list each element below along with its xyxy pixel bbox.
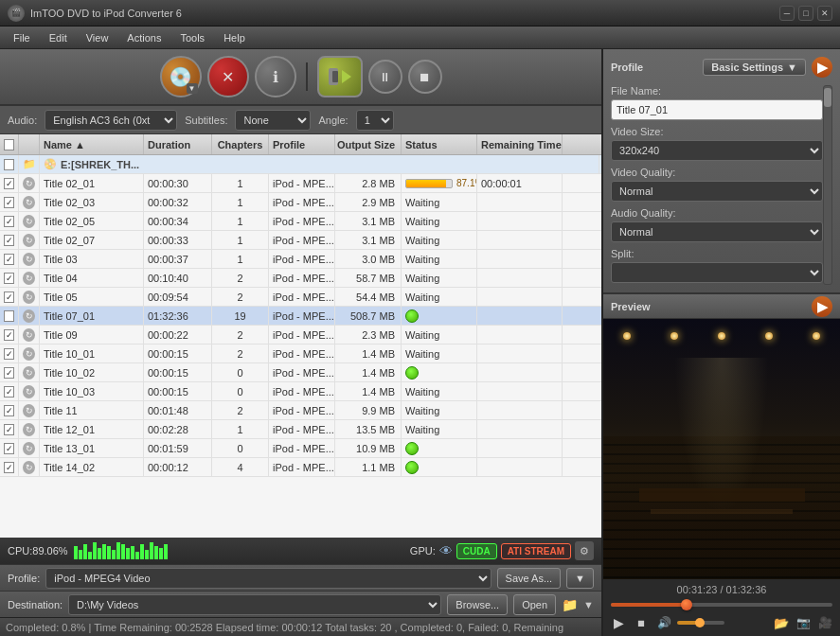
list-item[interactable]: ↻ Title 02_03 00:00:32 1 iPod - MPE... 2…	[0, 193, 601, 212]
row-check[interactable]	[0, 344, 19, 362]
row-checkbox[interactable]	[4, 178, 14, 189]
folder-checkbox[interactable]	[4, 159, 14, 170]
row-check[interactable]	[0, 307, 19, 325]
row-checkbox[interactable]	[4, 235, 14, 246]
dest-select[interactable]: D:\My Videos	[68, 594, 441, 615]
settings-scrollbar[interactable]	[823, 85, 832, 285]
add-button[interactable]: 💿 ▼	[160, 56, 202, 97]
list-item[interactable]: ↻ Title 13_01 00:01:59 0 iPod - MPE... 1…	[0, 439, 601, 458]
list-item[interactable]: ↻ Title 04 00:10:40 2 iPod - MPE... 58.7…	[0, 269, 601, 288]
row-checkbox[interactable]	[4, 292, 14, 303]
menu-file[interactable]: File	[4, 30, 40, 45]
play-button[interactable]: ▶	[609, 613, 628, 632]
row-check[interactable]	[0, 382, 19, 400]
row-check[interactable]	[0, 212, 19, 230]
row-check[interactable]	[0, 326, 19, 344]
split-select[interactable]	[611, 262, 823, 283]
profile-select[interactable]: iPod - MPEG4 Video	[45, 568, 491, 589]
folder-row[interactable]: 📁 📀 E:[SHREK_TH...	[0, 155, 601, 174]
preview-slider-area[interactable]	[603, 600, 840, 610]
select-all-checkbox[interactable]	[4, 139, 14, 150]
row-check[interactable]	[0, 193, 19, 211]
basic-settings-button[interactable]: Basic Settings ▼	[703, 59, 806, 76]
ati-button[interactable]: ATI STREAM	[501, 543, 571, 559]
row-check[interactable]	[0, 174, 19, 192]
row-check[interactable]	[0, 269, 19, 287]
preview-slider-thumb[interactable]	[681, 599, 692, 610]
convert-button[interactable]	[317, 56, 363, 97]
row-checkbox[interactable]	[4, 197, 14, 208]
list-item[interactable]: ↻ Title 10_02 00:00:15 0 iPod - MPE... 1…	[0, 363, 601, 382]
save-as-button[interactable]: Save As...	[497, 568, 562, 589]
folder-check[interactable]	[0, 155, 19, 173]
menu-actions[interactable]: Actions	[117, 30, 170, 45]
header-name[interactable]: Name ▲	[40, 134, 144, 154]
pause-button[interactable]: ⏸	[368, 60, 402, 94]
row-checkbox[interactable]	[4, 216, 14, 227]
list-item[interactable]: ↻ Title 10_03 00:00:15 0 iPod - MPE... 1…	[0, 382, 601, 401]
row-checkbox[interactable]	[4, 273, 14, 284]
row-check[interactable]	[0, 288, 19, 306]
video-quality-select[interactable]: Normal	[611, 181, 823, 202]
audio-select[interactable]: English AC3 6ch (0xt	[45, 110, 177, 131]
row-checkbox[interactable]	[4, 443, 14, 454]
stop-button-2[interactable]: ⏹	[408, 60, 442, 94]
list-item[interactable]: ↻ Title 12_01 00:02:28 1 iPod - MPE... 1…	[0, 420, 601, 439]
list-item[interactable]: ↻ Title 02_05 00:00:34 1 iPod - MPE... 3…	[0, 212, 601, 231]
row-check[interactable]	[0, 231, 19, 249]
video-icon[interactable]: 🎥	[815, 613, 834, 632]
list-item[interactable]: ↻ Title 02_01 00:00:30 1 iPod - MPE... 2…	[0, 174, 601, 193]
menu-edit[interactable]: Edit	[40, 30, 77, 45]
header-duration[interactable]: Duration	[144, 134, 212, 154]
volume-slider[interactable]	[677, 621, 724, 625]
preview-slider-track[interactable]	[611, 603, 832, 607]
row-check[interactable]	[0, 250, 19, 268]
maximize-button[interactable]: □	[798, 6, 813, 21]
volume-thumb[interactable]	[695, 618, 705, 627]
row-checkbox[interactable]	[4, 367, 14, 379]
row-checkbox[interactable]	[4, 254, 14, 265]
row-checkbox[interactable]	[4, 329, 14, 341]
row-check[interactable]	[0, 363, 19, 381]
dropdown-arrow[interactable]: ▼	[583, 599, 594, 610]
menu-view[interactable]: View	[77, 30, 118, 45]
list-item[interactable]: ↻ Title 03 00:00:37 1 iPod - MPE... 3.0 …	[0, 250, 601, 269]
file-name-input[interactable]	[611, 99, 823, 120]
video-size-select[interactable]: 320x240	[611, 140, 823, 161]
stop-button[interactable]: ✕	[207, 56, 249, 97]
header-profile[interactable]: Profile	[269, 134, 335, 154]
menu-help[interactable]: Help	[214, 30, 255, 45]
angle-select[interactable]: 1	[356, 110, 394, 131]
header-status[interactable]: Status	[402, 134, 477, 154]
close-button[interactable]: ✕	[817, 6, 832, 21]
list-item[interactable]: ↻ Title 09 00:00:22 2 iPod - MPE... 2.3 …	[0, 326, 601, 344]
settings-icon[interactable]: ⚙	[575, 541, 594, 560]
volume-slider-area[interactable]	[677, 621, 724, 625]
header-remaining[interactable]: Remaining Time	[477, 134, 563, 154]
menu-tools[interactable]: Tools	[170, 30, 214, 45]
row-checkbox[interactable]	[4, 348, 14, 360]
list-item[interactable]: ↻ Title 02_07 00:00:33 1 iPod - MPE... 3…	[0, 231, 601, 250]
header-chapters[interactable]: Chapters	[212, 134, 269, 154]
audio-quality-select[interactable]: Normal	[611, 221, 823, 242]
row-checkbox[interactable]	[4, 424, 14, 435]
row-checkbox[interactable]	[4, 310, 14, 322]
camera-icon[interactable]: 📷	[794, 613, 813, 632]
preview-nav-arrow[interactable]: ▶	[812, 296, 832, 317]
list-item[interactable]: ↻ Title 05 00:09:54 2 iPod - MPE... 54.4…	[0, 288, 601, 307]
row-checkbox[interactable]	[4, 405, 14, 416]
cuda-button[interactable]: CUDA	[456, 543, 497, 559]
list-item[interactable]: ↻ Title 11 00:01:48 2 iPod - MPE... 9.9 …	[0, 401, 601, 420]
header-output-size[interactable]: Output Size	[335, 134, 402, 154]
row-check[interactable]	[0, 401, 19, 419]
subtitles-select[interactable]: None	[235, 110, 311, 131]
browse-button[interactable]: Browse...	[447, 594, 508, 615]
list-item[interactable]: ↻ Title 10_01 00:00:15 2 iPod - MPE... 1…	[0, 344, 601, 363]
profile-dropdown-button[interactable]: ▼	[566, 568, 594, 589]
open-button[interactable]: Open	[513, 594, 556, 615]
list-item[interactable]: ↻ Title 14_02 00:00:12 4 iPod - MPE... 1…	[0, 458, 601, 477]
row-check[interactable]	[0, 420, 19, 438]
minimize-button[interactable]: ─	[779, 6, 795, 21]
row-check[interactable]	[0, 439, 19, 457]
folder-open-icon[interactable]: 📂	[772, 613, 791, 632]
